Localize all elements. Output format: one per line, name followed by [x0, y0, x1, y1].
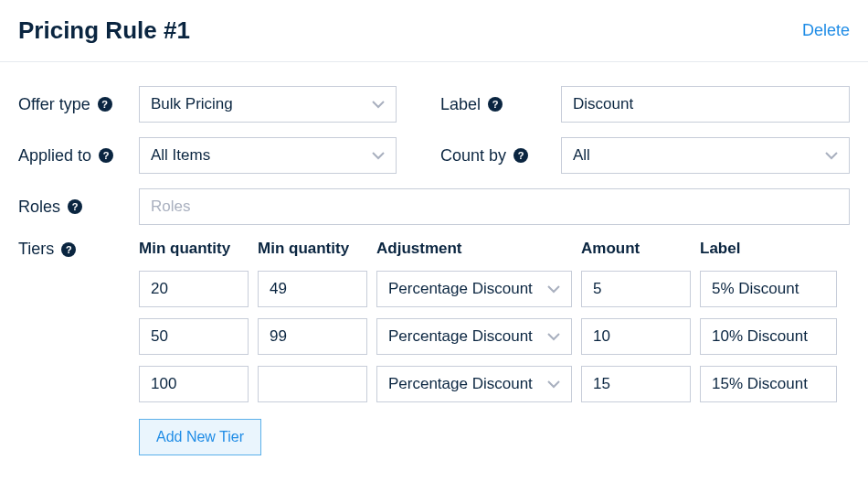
- help-icon[interactable]: ?: [488, 97, 503, 112]
- col-min-quantity-1: Min quantity: [139, 240, 249, 258]
- count-by-label: Count by: [440, 146, 506, 166]
- row-roles: Roles ? Roles: [18, 188, 850, 225]
- rule-label-input[interactable]: Discount: [561, 86, 850, 123]
- tier-label-value: 10% Discount: [712, 327, 808, 346]
- tier-min1-value: 100: [151, 375, 176, 393]
- rule-label-value: Discount: [573, 95, 633, 113]
- help-icon[interactable]: ?: [99, 148, 113, 163]
- tier-adjustment-select[interactable]: Percentage Discount: [376, 318, 572, 355]
- tier-label-input[interactable]: 5% Discount: [700, 271, 837, 307]
- col-adjustment: Adjustment: [376, 240, 572, 258]
- tier-min1-input[interactable]: 20: [139, 271, 249, 307]
- row-offer-label: Offer type ? Bulk Pricing Label ? Discou…: [18, 86, 850, 123]
- tier-adjustment-select[interactable]: Percentage Discount: [376, 271, 572, 307]
- tier-min1-value: 20: [151, 280, 168, 298]
- roles-label: Roles: [18, 198, 60, 217]
- tiers-section: Tiers ? Min quantity Min quantity Adjust…: [18, 240, 850, 455]
- col-min-quantity-2: Min quantity: [258, 240, 367, 258]
- tier-amount-input[interactable]: 10: [581, 318, 691, 355]
- tier-amount-value: 10: [593, 327, 610, 346]
- tier-label-input[interactable]: 10% Discount: [700, 318, 837, 355]
- tier-min1-value: 50: [151, 327, 168, 346]
- add-new-tier-button[interactable]: Add New Tier: [139, 419, 261, 455]
- tier-row: 20 49 Percentage Discount 5 5% Discount: [139, 271, 850, 307]
- applied-to-label: Applied to: [18, 146, 91, 166]
- tier-min2-input[interactable]: [258, 366, 367, 402]
- tier-min1-input[interactable]: 50: [139, 318, 249, 355]
- chevron-down-icon: [547, 330, 560, 343]
- offer-type-label: Offer type: [18, 95, 90, 114]
- chevron-down-icon: [372, 98, 385, 111]
- col-label: Label: [700, 240, 837, 258]
- tiers-label: Tiers: [18, 240, 54, 259]
- applied-to-value: All Items: [151, 146, 210, 165]
- tier-amount-value: 5: [593, 280, 601, 298]
- tier-min2-value: 99: [270, 327, 287, 346]
- tiers-header: Min quantity Min quantity Adjustment Amo…: [139, 240, 850, 258]
- help-icon[interactable]: ?: [61, 242, 76, 257]
- chevron-down-icon: [547, 378, 560, 390]
- delete-link[interactable]: Delete: [802, 21, 850, 40]
- tier-adjustment-select[interactable]: Percentage Discount: [376, 366, 572, 402]
- count-by-select[interactable]: All: [561, 137, 850, 174]
- roles-input[interactable]: Roles: [139, 188, 850, 225]
- tier-adjustment-value: Percentage Discount: [388, 280, 533, 298]
- tier-adjustment-value: Percentage Discount: [388, 327, 533, 346]
- tier-min2-value: 49: [270, 280, 287, 298]
- roles-placeholder: Roles: [151, 198, 190, 216]
- rule-label-label: Label: [440, 95, 481, 114]
- col-amount: Amount: [581, 240, 691, 258]
- help-icon[interactable]: ?: [68, 199, 82, 214]
- tier-adjustment-value: Percentage Discount: [388, 375, 533, 393]
- tier-amount-input[interactable]: 15: [581, 366, 691, 402]
- tier-amount-input[interactable]: 5: [581, 271, 691, 307]
- tier-row: 50 99 Percentage Discount 10 10% Discoun…: [139, 318, 850, 355]
- applied-to-select[interactable]: All Items: [139, 137, 397, 174]
- help-icon[interactable]: ?: [98, 97, 112, 112]
- tier-min2-input[interactable]: 99: [258, 318, 367, 355]
- chevron-down-icon: [372, 149, 385, 162]
- offer-type-select[interactable]: Bulk Pricing: [139, 86, 397, 123]
- help-icon[interactable]: ?: [513, 148, 528, 163]
- chevron-down-icon: [825, 149, 838, 162]
- tier-min1-input[interactable]: 100: [139, 366, 249, 402]
- tier-min2-input[interactable]: 49: [258, 271, 367, 307]
- offer-type-value: Bulk Pricing: [151, 95, 233, 113]
- tier-row: 100 Percentage Discount 15 15% Discount: [139, 366, 850, 402]
- tier-label-input[interactable]: 15% Discount: [700, 366, 837, 402]
- tier-label-value: 15% Discount: [712, 375, 808, 393]
- page-title: Pricing Rule #1: [18, 16, 190, 45]
- count-by-value: All: [573, 146, 590, 165]
- tier-amount-value: 15: [593, 375, 610, 393]
- chevron-down-icon: [547, 283, 560, 295]
- row-applied-count: Applied to ? All Items Count by ? All: [18, 137, 850, 174]
- tier-label-value: 5% Discount: [712, 280, 799, 298]
